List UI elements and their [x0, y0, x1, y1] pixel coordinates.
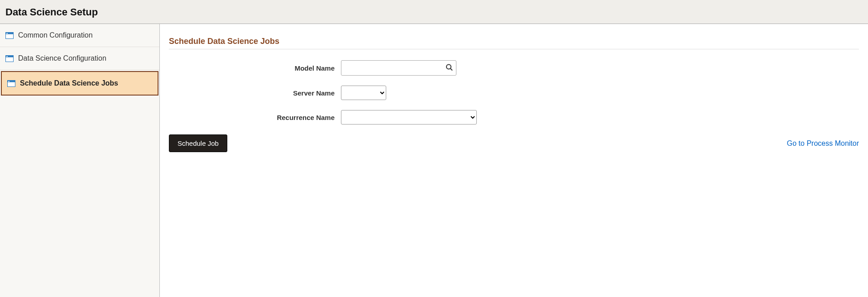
action-row: Schedule Job Go to Process Monitor — [169, 134, 859, 152]
row-model-name: Model Name — [169, 60, 859, 76]
search-icon[interactable] — [446, 64, 453, 72]
label-server-name: Server Name — [169, 89, 341, 97]
window-icon — [5, 55, 14, 62]
section-title: Schedule Data Science Jobs — [169, 37, 859, 49]
svg-point-9 — [446, 65, 451, 69]
process-monitor-link[interactable]: Go to Process Monitor — [787, 139, 859, 148]
schedule-job-button[interactable]: Schedule Job — [169, 134, 227, 152]
label-model-name: Model Name — [169, 64, 341, 72]
page-header: Data Science Setup — [0, 0, 868, 24]
svg-rect-8 — [8, 81, 10, 82]
sidebar-item-label: Schedule Data Science Jobs — [20, 79, 118, 87]
svg-line-10 — [451, 69, 452, 71]
row-server-name: Server Name — [169, 86, 859, 100]
sidebar: Common Configuration Data Science Config… — [0, 24, 160, 297]
server-name-select[interactable] — [341, 86, 386, 100]
label-recurrence-name: Recurrence Name — [169, 114, 341, 121]
recurrence-name-select[interactable] — [341, 110, 477, 125]
content-wrap: Common Configuration Data Science Config… — [0, 24, 868, 297]
sidebar-item-common-config[interactable]: Common Configuration — [0, 24, 159, 47]
svg-rect-5 — [6, 56, 8, 57]
sidebar-item-label: Data Science Configuration — [18, 54, 106, 62]
page-title: Data Science Setup — [5, 6, 863, 18]
lookup-model-name — [341, 60, 456, 76]
model-name-input[interactable] — [341, 60, 456, 76]
sidebar-item-schedule-jobs[interactable]: Schedule Data Science Jobs — [1, 71, 158, 96]
row-recurrence-name: Recurrence Name — [169, 110, 859, 125]
svg-rect-2 — [6, 33, 8, 34]
sidebar-item-data-science-config[interactable]: Data Science Configuration — [0, 47, 159, 70]
main-panel: Schedule Data Science Jobs Model Name Se… — [160, 24, 868, 297]
window-icon — [5, 32, 14, 39]
sidebar-item-label: Common Configuration — [18, 31, 93, 39]
window-icon — [7, 80, 15, 87]
